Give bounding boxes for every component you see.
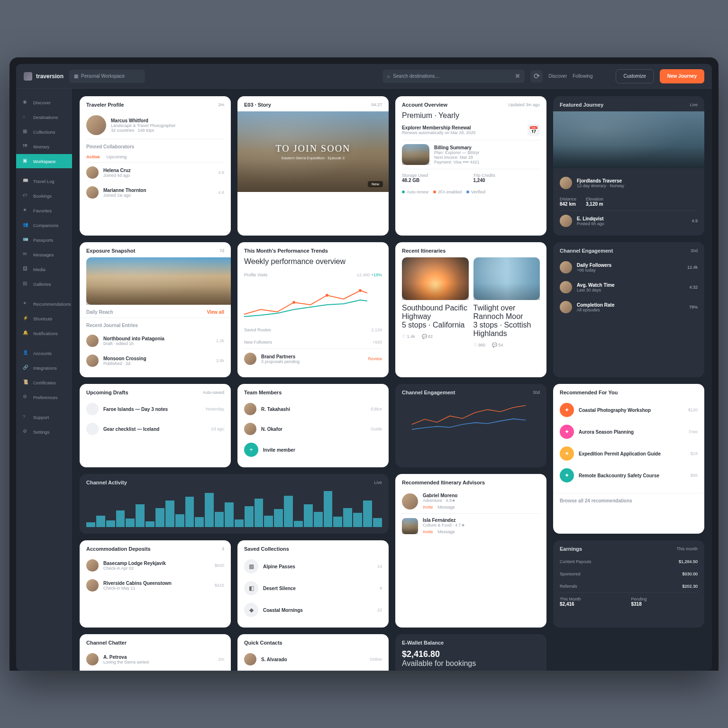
sidebar-item-passports[interactable]: 🪪Passports [16,233,72,247]
nav-following[interactable]: Following [573,73,592,79]
invite-link[interactable]: Invite [423,505,433,510]
featured-author[interactable]: E. LindqvistPosted 6h ago 4.9 [560,211,698,231]
billing-item[interactable]: Billing Summary Plan: Explorer — $89/yr … [402,140,540,169]
collaborator-row[interactable]: Marianne ThorntonJoined 1w ago 4.6 [86,182,224,202]
card-title: Accommodation Deposits [86,546,151,552]
tab-upcoming[interactable]: Upcoming [107,154,127,159]
collection-row[interactable]: ◆Coastal Mornings22 [244,599,382,621]
sidebar-icon: ✉ [23,251,29,258]
sidebar-item-support[interactable]: ?Support [16,410,72,424]
sidebar-item-media[interactable]: 🖼Media [16,262,72,276]
sidebar-label: Settings [33,429,49,435]
recommended-row[interactable]: ✦Remote Backcountry Safety Course$95 [560,464,698,486]
add-member[interactable]: +Invite member [244,439,382,461]
sidebar-icon: 📖 [23,178,29,184]
sidebar-item-itinerary[interactable]: 🗺Itinerary [16,139,72,154]
invite-link[interactable]: Invite [423,529,433,534]
sidebar-icon: ★ [23,207,29,214]
advisor-row[interactable]: Isla FernándezCulture & Food · 4.7★Invit… [402,514,540,538]
team-row[interactable]: N. OkaforGuide [244,419,382,439]
sidebar-item-bookings[interactable]: 🏷Bookings [16,189,72,203]
refresh-button[interactable]: ⟳ [530,70,543,82]
contact-row[interactable]: S. AlvaradoOnline [244,649,382,669]
calendar-icon[interactable]: 📅 [528,124,540,136]
card-title: Recent Itineraries [402,248,446,254]
recommended-row[interactable]: ✦Expedition Permit Application Guide$18 [560,443,698,464]
brand[interactable]: traversion [24,72,64,81]
avatar [86,335,99,347]
featured-thumbnail[interactable] [553,111,704,168]
browse-all-link[interactable]: Browse all 24 recommendations [560,498,632,503]
sidebar-item-shortcuts[interactable]: ⚡Shortcuts [16,311,72,326]
sidebar-item-settings[interactable]: ⚙Settings [16,425,72,439]
sidebar-item-collections[interactable]: ▦Collections [16,125,72,139]
collection-row[interactable]: ◧Desert Silence9 [244,577,382,599]
sidebar-item-galleries[interactable]: ▤Galleries [16,277,72,291]
itinerary-tile[interactable]: Southbound Pacific Highway 5 stops · Cal… [402,257,469,352]
brand-partners-row[interactable]: Brand Partners3 proposals pending Review [244,349,382,369]
sidebar-icon: 👥 [23,222,29,228]
hero-story-card[interactable]: E03 · Story04:27 TO JOIN SOON Eastern Si… [237,96,389,236]
sidebar-icon: 🏷 [23,192,29,199]
deposit-row[interactable]: Basecamp Lodge ReykjavíkCheck-in Apr 02$… [86,555,224,575]
review-link[interactable]: Review [368,356,382,361]
collaborator-row[interactable]: Helena CruzJoined 4d ago 4.8 [86,163,224,182]
sidebar-item-favorites[interactable]: ★Favorites [16,203,72,218]
sidebar-item-destinations[interactable]: ⌂Destinations [16,110,72,124]
chatter-row[interactable]: D. NguyenAny plans for a Dolomites trip?… [86,669,224,671]
journal-row[interactable]: Monsoon CrossingPublished · 2d3.8k [86,351,224,371]
journal-row[interactable]: Northbound into PatagoniaDraft · edited … [86,331,224,351]
deposit-row[interactable]: Riverside Cabins QueenstownCheck-in May … [86,575,224,595]
sidebar-item-travel-log[interactable]: 📖Travel Log [16,174,72,188]
sidebar-label: Favorites [33,208,52,213]
recommended-row[interactable]: ✦Aurora Season PlanningFree [560,421,698,443]
sidebar-item-recommendations[interactable]: ✦Recommendations [16,297,72,311]
collection-row[interactable]: ▦Alpine Passes14 [244,555,382,577]
search-input[interactable]: ⌕ Search destinations… ⌘ [382,70,525,83]
sidebar-icon: ▦ [23,128,29,135]
chatter-row[interactable]: A. PetrovaLoving the Sierra series!2m [86,649,224,669]
recommended-row[interactable]: ✦Coastal Photography Workshop$120 [560,399,698,421]
thumbnail [402,144,429,165]
new-journey-button[interactable]: New Journey [660,69,704,83]
sidebar-item-preferences[interactable]: ⚙Preferences [16,390,72,404]
sidebar-item-discover[interactable]: ◉Discover [16,95,72,109]
avatar [402,493,418,510]
message-link[interactable]: Message [438,529,455,534]
app-screen: traversion ▦ Personal Workspace ⌕ Search… [16,64,712,671]
view-all-link[interactable]: View all [207,309,224,315]
sidebar-item-accounts[interactable]: 👤Accounts [16,346,72,360]
message-link[interactable]: Message [438,505,455,510]
nav-discover[interactable]: Discover [548,73,567,79]
recommended-card: Recommended For You ✦Coastal Photography… [553,384,704,534]
avatar [560,215,572,227]
customize-button[interactable]: Customize [616,69,654,83]
team-card: Team Members R. TakahashiEditor N. Okafo… [237,384,389,467]
activity-bar-card: Channel ActivityLive [80,474,389,534]
draft-row[interactable]: Gear checklist — Iceland2d ago [86,419,224,439]
category-icon: ✦ [560,425,574,439]
workspace-switcher[interactable]: ▦ Personal Workspace [69,70,145,83]
card-meta: Updated 3m ago [508,102,540,107]
snapshot-thumbnail[interactable] [86,257,231,305]
sidebar-item-notifications[interactable]: 🔔Notifications [16,326,72,340]
sidebar-item-companions[interactable]: 👥Companions [16,218,72,232]
avatar[interactable] [86,115,106,135]
contact-row[interactable]: +Add contact [244,669,382,671]
trend-card: This Month's Performance Trends Weekly p… [237,242,389,377]
advisor-row[interactable]: Gabriel MorenoAdventure · 4.9★InviteMess… [402,489,540,513]
avatar [86,579,99,592]
sidebar-item-messages[interactable]: ✉Messages [16,247,72,262]
team-row[interactable]: R. TakahashiEditor [244,399,382,419]
tab-active[interactable]: Active [86,154,100,159]
card-title: Recommended For You [560,390,618,395]
sidebar-item-integrations[interactable]: 🔗Integrations [16,361,72,375]
itinerary-tile[interactable]: Twilight over Rannoch Moor 3 stops · Sco… [473,257,540,352]
search-icon: ⌕ [387,73,390,79]
card-meta: 3 [222,546,224,551]
draft-row[interactable]: Faroe Islands — Day 3 notesYesterday [86,399,224,419]
thumbnail [473,257,540,300]
sidebar-item-workspace[interactable]: ▣Workspace [16,154,72,168]
sidebar-item-certificates[interactable]: 📜Certificates [16,375,72,390]
engagement-line-chart [395,399,546,442]
